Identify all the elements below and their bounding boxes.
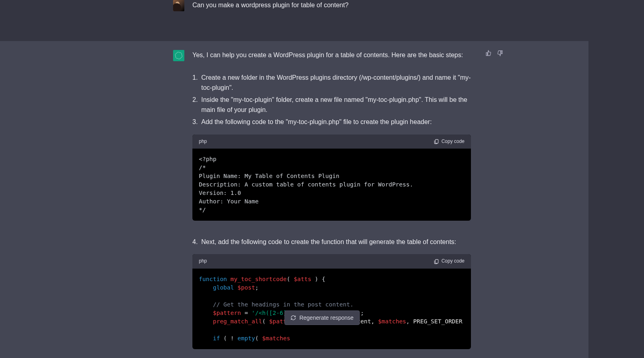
step-3: Add the following code to the "my-toc-pl…	[192, 117, 471, 127]
code-block-1: php Copy code <?php /* Plugin Name: My T…	[192, 135, 471, 221]
step-2: Inside the "my-toc-plugin" folder, creat…	[192, 95, 471, 115]
code-2-content[interactable]: function my_toc_shortcode( $atts ) { glo…	[192, 269, 471, 349]
clipboard-icon	[433, 259, 439, 264]
steps-list: Create a new folder in the WordPress plu…	[192, 72, 471, 127]
step-4: Next, add the following code to create t…	[192, 237, 471, 247]
message-feedback	[485, 50, 503, 56]
svg-rect-0	[435, 139, 438, 143]
copy-code-button[interactable]: Copy code	[433, 257, 464, 265]
viewport-mask	[588, 0, 644, 358]
code-lang-label: php	[199, 138, 207, 145]
step-1-text: Create a new folder in the WordPress plu…	[201, 74, 471, 91]
copy-code-label: Copy code	[442, 257, 464, 265]
refresh-icon	[291, 315, 296, 321]
svg-rect-1	[435, 259, 438, 263]
steps-list-cont: Next, add the following code to create t…	[192, 237, 471, 247]
code-1-content[interactable]: <?php /* Plugin Name: My Table of Conten…	[192, 149, 471, 221]
openai-logo-icon	[175, 52, 182, 59]
regenerate-label: Regenerate response	[299, 315, 354, 321]
step-3-text: Add the following code to the "my-toc-pl…	[201, 118, 432, 125]
regenerate-response-button[interactable]: Regenerate response	[285, 310, 360, 325]
user-avatar	[173, 0, 184, 11]
user-message-row: Can you make a wordpress plugin for tabl…	[0, 0, 644, 21]
thumbs-down-icon[interactable]	[497, 50, 503, 56]
clipboard-icon	[433, 139, 439, 144]
step-2-text: Inside the "my-toc-plugin" folder, creat…	[201, 96, 467, 114]
copy-code-button[interactable]: Copy code	[433, 138, 464, 145]
assistant-intro-text: Yes, I can help you create a WordPress p…	[192, 52, 463, 58]
step-1: Create a new folder in the WordPress plu…	[192, 72, 471, 93]
assistant-avatar	[173, 50, 184, 61]
code-lang-label: php	[199, 257, 207, 265]
copy-code-label: Copy code	[442, 138, 464, 145]
user-prompt-text: Can you make a wordpress plugin for tabl…	[192, 2, 349, 8]
step-4-text: Next, add the following code to create t…	[201, 238, 456, 245]
thumbs-up-icon[interactable]	[485, 50, 492, 56]
code-block-2: php Copy code function my_toc_shortcode(…	[192, 254, 471, 349]
